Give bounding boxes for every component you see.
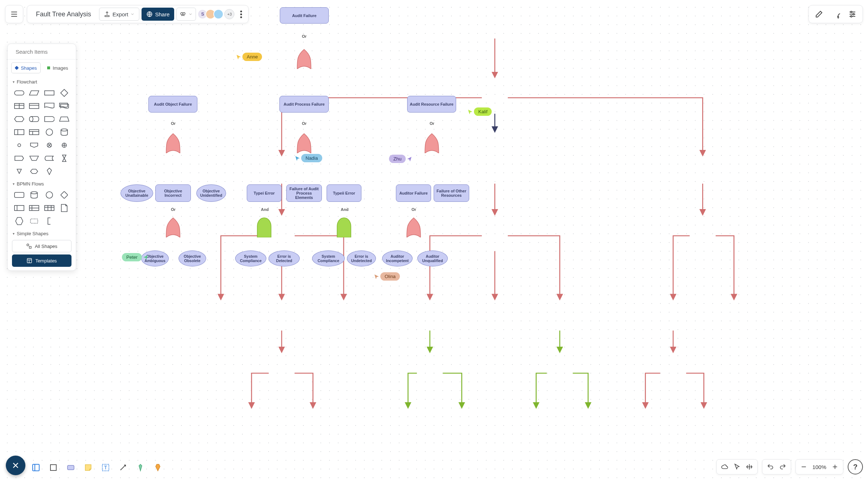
zoom-in-button[interactable] — [829, 461, 841, 473]
edit-button[interactable] — [812, 7, 826, 21]
node-objective-incorrect[interactable]: Objective Incorrect — [155, 184, 191, 202]
shape-bpmn-hex[interactable] — [13, 216, 26, 226]
shape-hex2[interactable] — [28, 167, 41, 176]
shape-bpmn-lane[interactable] — [28, 203, 41, 213]
avatar-more[interactable]: +3 — [224, 9, 234, 19]
tool-highlighter[interactable] — [151, 461, 165, 474]
or-gate[interactable] — [165, 217, 181, 237]
shape-header[interactable] — [28, 127, 41, 137]
shape-gem[interactable] — [43, 167, 56, 176]
shape-table[interactable] — [13, 101, 26, 111]
shape-cylinder-h[interactable] — [28, 114, 41, 124]
shape-cylinder[interactable] — [58, 127, 71, 137]
close-panel-fab[interactable] — [6, 456, 25, 475]
shape-blank[interactable] — [58, 216, 71, 226]
node-auditor-incompetent[interactable]: Auditor Incompetent — [382, 250, 413, 266]
pan-tool-button[interactable] — [744, 461, 755, 473]
shape-rect[interactable] — [43, 88, 56, 98]
redo-button[interactable] — [777, 461, 789, 473]
shape-hex[interactable] — [13, 114, 26, 124]
search-input[interactable] — [16, 49, 85, 55]
tool-pen[interactable] — [134, 461, 147, 474]
shape-bpmn-pool[interactable] — [13, 203, 26, 213]
shape-circle[interactable] — [43, 127, 56, 137]
node-audit-failure[interactable]: Audit Failure — [280, 7, 329, 24]
shape-display[interactable] — [28, 140, 41, 150]
or-gate[interactable] — [296, 49, 312, 69]
all-shapes-button[interactable]: All Shapes — [12, 240, 71, 252]
node-audit-process-failure[interactable]: Audit Process Failure — [279, 96, 329, 113]
tab-images[interactable]: Images — [43, 62, 72, 73]
shape-tri[interactable] — [13, 167, 26, 176]
node-auditor-unqualified[interactable]: Auditor Unqualified — [417, 250, 448, 266]
node-objective-unidentified[interactable]: Objective Unidentified — [196, 184, 226, 202]
node-system-compliance-2[interactable]: System Compliance — [312, 250, 345, 266]
tool-connector[interactable] — [116, 461, 130, 474]
shape-stored[interactable] — [43, 154, 56, 163]
shape-diamond[interactable] — [58, 88, 71, 98]
shape-document[interactable] — [43, 101, 56, 111]
tool-card[interactable] — [64, 461, 78, 474]
node-failure-other-resources[interactable]: Failure of Other Resources — [434, 184, 469, 202]
node-failure-audit-process-elements[interactable]: Failure of Audit Process Elements — [286, 184, 322, 202]
section-bpmn[interactable]: BPMN Flows — [8, 178, 76, 188]
avatar[interactable] — [213, 9, 224, 19]
share-button[interactable]: Share — [142, 8, 174, 21]
zoom-out-button[interactable] — [798, 461, 810, 473]
shape-subprocess[interactable] — [28, 101, 41, 111]
shape-plus[interactable] — [58, 140, 71, 150]
shape-bpmn-data[interactable] — [28, 190, 41, 200]
node-error-detected[interactable]: Error is Detected — [269, 250, 300, 266]
tool-rect[interactable] — [46, 461, 60, 474]
shape-card[interactable] — [13, 127, 26, 137]
shape-bpmn-group[interactable] — [43, 203, 56, 213]
shape-dot[interactable] — [13, 140, 26, 150]
settings-button[interactable] — [845, 7, 860, 21]
shape-x[interactable] — [43, 140, 56, 150]
shape-bpmn-event[interactable] — [43, 190, 56, 200]
tool-text[interactable]: T — [99, 461, 112, 474]
diagram-canvas[interactable]: Or Or Or Or Or And And Or Audit Failure … — [0, 0, 868, 481]
shape-trapezoid[interactable] — [58, 114, 71, 124]
document-title[interactable]: Fault Tree Analysis — [30, 11, 97, 18]
node-typei-error[interactable]: Typei Error — [247, 184, 282, 202]
node-system-compliance[interactable]: System Compliance — [235, 250, 266, 266]
node-objective-unattainable[interactable]: Objective Unattainable — [120, 184, 153, 202]
tab-shapes[interactable]: Shapes — [11, 62, 41, 73]
shape-bpmn-doc[interactable] — [58, 203, 71, 213]
more-menu-button[interactable] — [237, 11, 245, 18]
or-gate[interactable] — [423, 133, 440, 153]
help-button[interactable]: ? — [848, 459, 863, 474]
collaborator-avatars[interactable]: S +3 — [198, 9, 234, 19]
cloud-sync-button[interactable] — [719, 461, 730, 473]
node-auditor-failure[interactable]: Auditor Failure — [396, 184, 431, 202]
shape-terminator[interactable] — [13, 88, 26, 98]
node-audit-object-failure[interactable]: Audit Object Failure — [148, 96, 197, 113]
shape-blank[interactable] — [58, 167, 71, 176]
shape-flag[interactable] — [13, 154, 26, 163]
shape-search[interactable] — [8, 44, 76, 60]
shape-bpmn-task[interactable] — [13, 190, 26, 200]
tool-frame[interactable] — [29, 461, 43, 474]
shape-bpmn-annotation[interactable] — [28, 216, 41, 226]
templates-button[interactable]: Templates — [12, 254, 71, 267]
shape-delay[interactable] — [43, 114, 56, 124]
or-gate[interactable] — [405, 217, 422, 237]
section-simple[interactable]: Simple Shapes — [8, 228, 76, 238]
or-gate[interactable] — [165, 133, 181, 153]
select-tool-button[interactable] — [731, 461, 743, 473]
tool-sticky[interactable] — [81, 461, 95, 474]
shape-documents[interactable] — [58, 101, 71, 111]
undo-button[interactable] — [765, 461, 776, 473]
shape-bpmn-gateway[interactable] — [58, 190, 71, 200]
and-gate[interactable] — [336, 217, 352, 237]
export-button[interactable]: Export — [99, 8, 139, 21]
section-flowchart[interactable]: Flowchart — [8, 76, 76, 86]
zoom-level[interactable]: 100% — [810, 464, 828, 470]
node-error-undetected[interactable]: Error is Undetected — [347, 250, 376, 266]
comments-button[interactable] — [828, 7, 843, 21]
shape-trap-down[interactable] — [28, 154, 41, 163]
shape-parallelogram[interactable] — [28, 88, 41, 98]
menu-button[interactable] — [5, 5, 23, 23]
shape-bpmn-text[interactable] — [43, 216, 56, 226]
